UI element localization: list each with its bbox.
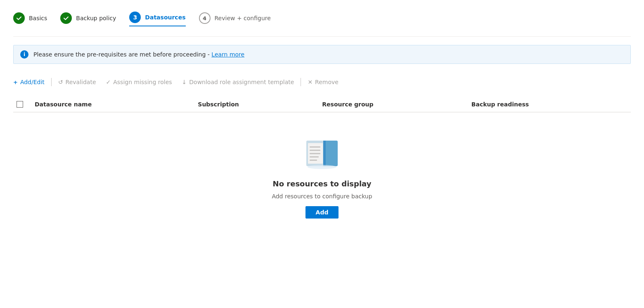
step-review-configure[interactable]: 4 Review + configure	[199, 11, 271, 26]
empty-state-add-button[interactable]: Add	[305, 206, 339, 219]
col-resource-group: Resource group	[317, 97, 466, 112]
page-container: Basics Backup policy 3 Datasources 4 Rev…	[0, 0, 644, 308]
step-datasources-circle: 3	[129, 12, 141, 23]
data-table: Datasource name Subscription Resource gr…	[13, 97, 631, 113]
step-basics-circle	[13, 12, 25, 24]
learn-more-link[interactable]: Learn more	[211, 51, 244, 58]
step-basics-label: Basics	[29, 15, 47, 21]
col-backup-readiness: Backup readiness	[466, 97, 631, 112]
plus-icon: +	[13, 79, 18, 85]
svg-rect-7	[310, 160, 317, 161]
download-icon: ↓	[182, 79, 187, 85]
remove-icon: ✕	[308, 79, 313, 85]
empty-state-title: No resources to display	[273, 179, 372, 188]
info-icon: i	[20, 50, 28, 59]
table-header-row: Datasource name Subscription Resource gr…	[13, 97, 631, 112]
svg-rect-3	[310, 146, 320, 148]
col-datasource-name: Datasource name	[30, 97, 193, 112]
empty-state-illustration	[301, 137, 343, 174]
svg-rect-8	[323, 141, 326, 166]
step-backup-policy[interactable]: Backup policy	[60, 11, 116, 26]
checkmark-icon: ✓	[106, 79, 111, 85]
toolbar-separator-2	[301, 78, 301, 86]
empty-state: No resources to display Add resources to…	[13, 113, 631, 243]
svg-rect-5	[310, 153, 320, 154]
step-backup-policy-circle	[60, 12, 72, 24]
select-all-checkbox[interactable]	[17, 101, 23, 108]
assign-roles-button[interactable]: ✓ Assign missing roles	[101, 77, 177, 87]
step-review-configure-label: Review + configure	[215, 15, 271, 21]
step-datasources[interactable]: 3 Datasources	[129, 10, 185, 26]
step-backup-policy-label: Backup policy	[76, 15, 116, 21]
empty-state-subtitle: Add resources to configure backup	[272, 193, 372, 200]
svg-rect-4	[310, 150, 320, 151]
download-template-button[interactable]: ↓ Download role assignment template	[177, 77, 299, 87]
info-banner: i Please ensure the pre-requisites are m…	[13, 45, 631, 64]
remove-button[interactable]: ✕ Remove	[303, 77, 343, 87]
step-datasources-label: Datasources	[145, 14, 185, 21]
revalidate-button[interactable]: ↺ Revalidate	[53, 77, 101, 87]
toolbar: + Add/Edit ↺ Revalidate ✓ Assign missing…	[13, 74, 631, 90]
svg-point-9	[308, 165, 336, 169]
revalidate-icon: ↺	[58, 79, 63, 85]
step-review-configure-circle: 4	[199, 12, 211, 24]
svg-rect-6	[310, 156, 319, 158]
col-subscription: Subscription	[193, 97, 317, 112]
info-banner-text: Please ensure the pre-requisites are met…	[33, 51, 244, 58]
toolbar-separator-1	[51, 78, 52, 86]
step-basics[interactable]: Basics	[13, 11, 47, 26]
wizard-steps: Basics Backup policy 3 Datasources 4 Rev…	[13, 10, 631, 37]
add-edit-button[interactable]: + Add/Edit	[13, 77, 50, 87]
table-header: Datasource name Subscription Resource gr…	[13, 97, 631, 112]
col-checkbox	[13, 97, 30, 112]
